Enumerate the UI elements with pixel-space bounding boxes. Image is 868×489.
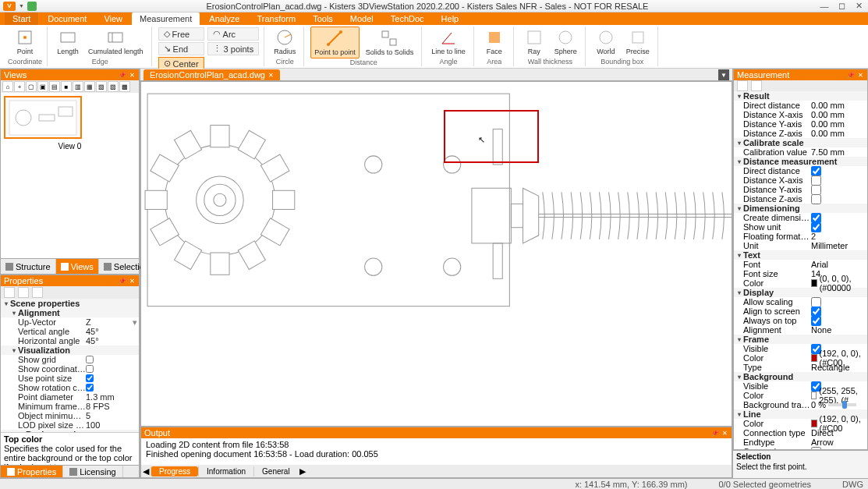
toggle-icon[interactable]: ▾ bbox=[735, 205, 743, 212]
menu-view[interactable]: View bbox=[96, 12, 130, 25]
bg-transp-field[interactable]: 0 % bbox=[811, 400, 866, 409]
unit-field[interactable]: Millimeter bbox=[811, 241, 866, 250]
ribbon-radius[interactable]: Radius bbox=[271, 27, 299, 57]
show-grid-checkbox[interactable] bbox=[86, 356, 94, 363]
toggle-icon[interactable]: ▾ bbox=[735, 374, 743, 381]
views-tb-4[interactable]: ▣ bbox=[37, 81, 48, 92]
meas-tb-1[interactable] bbox=[737, 80, 748, 91]
maximize-button[interactable]: ◻ bbox=[835, 2, 848, 11]
tab-properties[interactable]: Properties bbox=[1, 466, 63, 477]
toggle-icon[interactable]: ▾ bbox=[10, 310, 18, 317]
views-tb-9[interactable]: ▧ bbox=[96, 81, 107, 92]
font-field[interactable]: Arial bbox=[811, 260, 866, 269]
views-tb-5[interactable]: ▤ bbox=[49, 81, 60, 92]
toggle-icon[interactable]: ▾ bbox=[2, 300, 10, 307]
views-tb-7[interactable]: ▥ bbox=[73, 81, 83, 92]
toggle-icon[interactable]: ▾ bbox=[735, 411, 743, 418]
views-tb-10[interactable]: ▨ bbox=[108, 81, 119, 92]
ribbon-ray[interactable]: Ray bbox=[520, 27, 548, 57]
views-tb-8[interactable]: ▦ bbox=[84, 81, 95, 92]
horizontal-angle-field[interactable]: 45° bbox=[86, 336, 137, 345]
tab-views[interactable]: Views bbox=[56, 259, 99, 274]
point-diameter-field[interactable]: 1.3 mm bbox=[86, 392, 137, 402]
dz-checkbox[interactable] bbox=[811, 194, 821, 204]
close-button[interactable]: ✕ bbox=[852, 2, 865, 11]
viewport[interactable]: ↖ bbox=[140, 81, 732, 427]
close-icon[interactable]: ✕ bbox=[128, 71, 136, 79]
output-tab-progress[interactable]: Progress bbox=[151, 466, 198, 477]
frame-type-field[interactable]: Rectangle bbox=[811, 363, 866, 372]
close-icon[interactable]: ✕ bbox=[128, 277, 136, 285]
pin-icon[interactable]: 📌 bbox=[119, 71, 126, 79]
conn-type-field[interactable]: Direct bbox=[811, 428, 866, 438]
menu-analyze[interactable]: Analyze bbox=[201, 12, 247, 25]
document-tab[interactable]: ErosionControlPlan_acad.dwg ✕ bbox=[143, 69, 280, 80]
use-point-checkbox[interactable] bbox=[86, 374, 94, 382]
views-tb-11[interactable]: ▩ bbox=[119, 81, 130, 92]
slider-icon[interactable] bbox=[828, 403, 856, 406]
views-tb-add[interactable]: + bbox=[14, 81, 25, 92]
menu-techdoc[interactable]: TechDoc bbox=[383, 12, 432, 25]
toggle-icon[interactable]: ▾ bbox=[735, 93, 743, 100]
ribbon-world[interactable]: World bbox=[592, 27, 620, 57]
dropdown-icon[interactable]: ▼ bbox=[19, 3, 24, 9]
endtype-field[interactable]: Arrow bbox=[811, 438, 866, 447]
menu-tools[interactable]: Tools bbox=[305, 12, 341, 25]
view-thumbnail[interactable] bbox=[4, 96, 82, 139]
menu-start[interactable]: Start bbox=[5, 12, 38, 25]
menu-document[interactable]: Document bbox=[40, 12, 94, 25]
min-frame-field[interactable]: 8 FPS bbox=[86, 402, 137, 411]
menu-measurement[interactable]: Measurement bbox=[132, 12, 200, 25]
ribbon-sphere[interactable]: Sphere bbox=[551, 27, 580, 57]
ribbon-solids-to-solids[interactable]: Solids to Solids bbox=[363, 27, 417, 58]
output-tab-information[interactable]: Information bbox=[198, 466, 253, 477]
show-coord-checkbox[interactable] bbox=[86, 365, 94, 373]
props-tb-2[interactable] bbox=[18, 287, 29, 298]
meas-tb-2[interactable] bbox=[751, 80, 762, 91]
next-tab[interactable]: ▶ bbox=[298, 466, 307, 477]
close-icon[interactable]: ✕ bbox=[721, 429, 728, 437]
ribbon-line-to-line[interactable]: Line to line bbox=[428, 27, 469, 57]
up-vector-field[interactable]: Z ▾ bbox=[86, 317, 137, 328]
prev-tab[interactable]: ◀ bbox=[141, 466, 151, 477]
ribbon-point[interactable]: Point bbox=[11, 27, 39, 57]
lod-field[interactable]: 100 bbox=[86, 420, 137, 430]
snap-arc[interactable]: ◠Arc bbox=[207, 27, 260, 41]
props-tb-1[interactable] bbox=[4, 287, 15, 298]
toggle-icon[interactable]: ▾ bbox=[10, 347, 18, 354]
views-tb-6[interactable]: ■ bbox=[61, 81, 72, 92]
snap-3points[interactable]: ⋮3 points bbox=[207, 42, 260, 55]
vertical-angle-field[interactable]: 45° bbox=[86, 327, 137, 336]
toggle-icon[interactable]: ▾ bbox=[735, 289, 743, 296]
tab-structure[interactable]: Structure bbox=[1, 259, 56, 274]
calibration-field[interactable]: 7.50 mm bbox=[811, 147, 866, 157]
cropped-checkbox[interactable] bbox=[811, 447, 821, 450]
tab-licensing[interactable]: Licensing bbox=[63, 466, 122, 477]
obj-min-field[interactable]: 5 bbox=[86, 411, 137, 420]
minimize-button[interactable]: — bbox=[818, 2, 831, 11]
toggle-icon[interactable]: ▾ bbox=[735, 336, 743, 343]
toggle-icon[interactable]: ▾ bbox=[735, 158, 743, 165]
pin-icon[interactable]: 📌 bbox=[847, 71, 855, 79]
show-rot-checkbox[interactable] bbox=[86, 384, 94, 392]
menu-transform[interactable]: Transform bbox=[249, 12, 303, 25]
menu-model[interactable]: Model bbox=[342, 12, 381, 25]
menu-help[interactable]: Help bbox=[434, 12, 467, 25]
views-tb-3[interactable]: ▢ bbox=[26, 81, 37, 92]
views-tb-home[interactable]: ⌂ bbox=[2, 81, 13, 92]
close-icon[interactable]: ✕ bbox=[268, 72, 274, 79]
snap-end[interactable]: ↘End bbox=[158, 42, 204, 55]
output-tab-general[interactable]: General bbox=[253, 466, 298, 477]
pin-icon[interactable]: 📌 bbox=[711, 429, 719, 437]
alignment-field[interactable]: None bbox=[811, 325, 866, 335]
always-top-checkbox[interactable] bbox=[811, 316, 821, 326]
toggle-icon[interactable]: ▾ bbox=[735, 140, 743, 147]
ribbon-cumulated-length[interactable]: Cumulated length bbox=[85, 27, 147, 57]
show-unit-checkbox[interactable] bbox=[811, 222, 821, 232]
doc-dropdown[interactable]: ▼ bbox=[718, 69, 729, 80]
props-tb-3[interactable] bbox=[32, 287, 43, 298]
toggle-icon[interactable]: ▾ bbox=[735, 252, 743, 259]
pin-icon[interactable]: 📌 bbox=[119, 277, 126, 285]
ribbon-length[interactable]: Length bbox=[54, 27, 82, 57]
snap-free[interactable]: ◇Free bbox=[158, 27, 204, 41]
